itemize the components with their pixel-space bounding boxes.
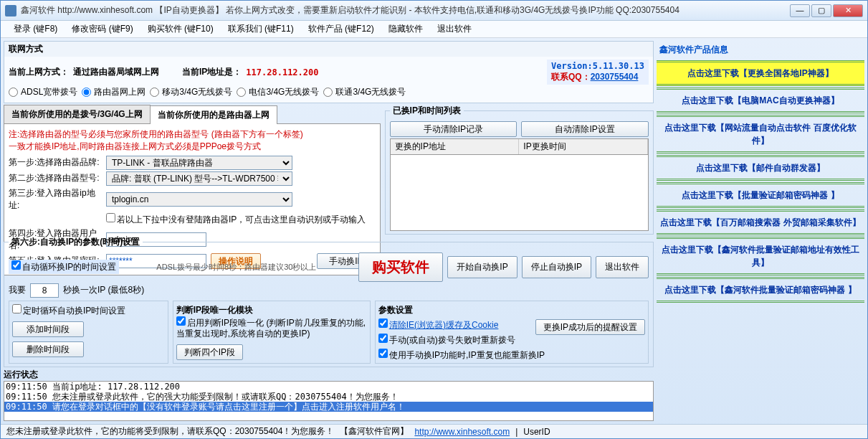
interval-input[interactable] bbox=[30, 283, 59, 298]
judge-title: 判断IP段唯一化模块 bbox=[176, 304, 367, 316]
network-mode-group: 联网方式 当前上网方式： 通过路由器局域网上网 当前IP地址是： 117.28.… bbox=[4, 41, 654, 103]
menu-buy[interactable]: 购买软件 (键F10) bbox=[142, 22, 219, 37]
log-title: 运行状态 bbox=[4, 369, 654, 381]
router-warning: 注:选择路由器的型号必须与您家所使用的路由器型号 (路由器下方有一个标签) 一致… bbox=[9, 128, 376, 153]
router-model-select[interactable]: 品牌: 普联 (TP-LINK) 型号-->TL-WDR7500 软件版本: 3… bbox=[106, 171, 292, 186]
iplist-title: 已换IP和时间列表 bbox=[390, 105, 464, 117]
log-line-selected[interactable]: 09:11:50 请您在登录对话框中的【没有软件登录账号请点击这里注册一个】点击… bbox=[4, 402, 653, 412]
menu-changepw[interactable]: 修改密码 (键F9) bbox=[66, 22, 138, 37]
log-list[interactable]: 09:11:50 当前ip地址: 117.28.112.200 09:11:50… bbox=[4, 381, 654, 421]
judge-4seg-button[interactable]: 判断四个IP段 bbox=[176, 344, 243, 360]
menu-login[interactable]: 登录 (键F8) bbox=[8, 22, 63, 37]
radio-telecom[interactable]: 电信3/4G无线拨号 bbox=[237, 86, 319, 98]
stop-auto-button[interactable]: 停止自动换IP bbox=[522, 256, 591, 278]
contact-label: 联系QQ： bbox=[551, 72, 591, 82]
window-title: 鑫河软件 http://www.xinhesoft.com 【IP自动更换器】 … bbox=[21, 4, 790, 16]
log-line: 09:11:50 当前ip地址: 117.28.112.200 bbox=[4, 382, 653, 392]
auto-detect-ip-check[interactable]: 若以上下拉中没有登陆路由器IP，可点击这里自动识别或手动输入 bbox=[106, 213, 366, 226]
statusbar: 您未注册或登录此软件，它的功能将受到限制，请联系QQ：2030755404！为您… bbox=[1, 424, 867, 438]
status-site-link[interactable]: http://www.xinhesoft.com bbox=[414, 427, 510, 437]
minimize-button[interactable]: — bbox=[790, 4, 810, 17]
router-brand-select[interactable]: TP-LINK - 普联品牌路由器 bbox=[106, 156, 292, 170]
step1-label: 第一步:选择路由器品牌: bbox=[9, 156, 102, 169]
menu-products[interactable]: 软件产品 (键F12) bbox=[302, 22, 380, 37]
col-ip: 更换的IP地址 bbox=[391, 139, 520, 154]
promo-header: 鑫河软件产品信息 bbox=[657, 41, 864, 59]
current-ip-label: 当前IP地址是： bbox=[182, 66, 242, 78]
start-auto-button[interactable]: 开始自动换IP bbox=[447, 256, 517, 278]
promo-item[interactable]: 点击这里下载【网站流量自动点击软件 百度优化软件】 bbox=[657, 115, 864, 154]
promo-item[interactable]: 点击这里下载【鑫河软件批量验证邮箱地址有效性工具】 bbox=[657, 237, 864, 275]
maximize-button[interactable]: ▢ bbox=[811, 4, 831, 17]
iwant-label: 我要 bbox=[9, 284, 26, 296]
contact-qq[interactable]: 2030755404 bbox=[591, 72, 639, 82]
notify-settings-button[interactable]: 更换IP成功后的提醒设置 bbox=[535, 319, 645, 335]
auto-clear-ip-button[interactable]: 自动清除IP设置 bbox=[521, 121, 649, 137]
radio-adsl[interactable]: ADSL宽带拨号 bbox=[9, 86, 77, 98]
timer-loop-check[interactable]: 定时循环自动换IP时间设置 bbox=[12, 306, 125, 316]
current-mode-label: 当前上网方式： bbox=[9, 66, 69, 78]
tab-dialup[interactable]: 当前你所使用的是拨号/3G/4G上网 bbox=[4, 105, 151, 123]
del-timeslot-button[interactable]: 删除时间段 bbox=[12, 341, 84, 357]
ip-history-table[interactable]: 更换的IP地址 IP更换时间 bbox=[390, 138, 649, 231]
status-site-label: 【鑫河软件官网】 bbox=[340, 425, 409, 438]
promo-item[interactable]: 点击这里下载【鑫河软件批量验证邮箱密码神器 】 bbox=[657, 277, 864, 303]
promo-item[interactable]: 点击这里下载【电脑MAC自动更换神器】 bbox=[657, 88, 864, 113]
col-time: IP更换时间 bbox=[519, 139, 648, 154]
add-timeslot-button[interactable]: 添加时间段 bbox=[12, 321, 84, 337]
promo-item[interactable]: 点击这里下载【邮件自动群发器】 bbox=[657, 155, 864, 181]
step2-label: 第二步:选择路由器型号: bbox=[9, 172, 102, 184]
menu-exit[interactable]: 退出软件 bbox=[431, 22, 477, 37]
radio-unicom[interactable]: 联通3/4G无线拨号 bbox=[323, 86, 406, 98]
judge-enable-check[interactable]: 启用判断IP段唯一化 (判断IP前几段重复的功能,当重复出现时,系统将自动的更换… bbox=[176, 316, 367, 340]
current-ip-value: 117.28.112.200 bbox=[246, 67, 318, 77]
promo-list: 点击这里下载【更换全国各地IP神器】 点击这里下载【电脑MAC自动更换神器】 点… bbox=[657, 60, 864, 303]
params-title: 参数设置 bbox=[378, 304, 645, 316]
clear-ip-button[interactable]: 手动清除IP记录 bbox=[390, 121, 518, 137]
sec-tail: 秒换一次IP (最低8秒) bbox=[63, 284, 144, 296]
redial-fail-check[interactable]: 手动(或自动)拨号失败时重新拨号 bbox=[378, 334, 645, 346]
dup-ip-check[interactable]: 使用手动换IP功能时,IP重复也能重新换IP bbox=[378, 349, 645, 362]
status-message: 您未注册或登录此软件，它的功能将受到限制，请联系QQ：2030755404！为您… bbox=[6, 425, 334, 438]
status-userid: UserID bbox=[523, 427, 550, 437]
tab-router[interactable]: 当前你所使用的是路由器上网 bbox=[150, 105, 277, 124]
current-mode-value: 通过路由器局域网上网 bbox=[73, 66, 159, 78]
exit-software-button[interactable]: 退出软件 bbox=[596, 256, 649, 278]
router-ip-select[interactable]: tplogin.cn bbox=[106, 192, 292, 207]
step3-label: 第三步:登入路由器ip地址: bbox=[9, 187, 102, 212]
version-value: 5.11.30.13 bbox=[593, 61, 644, 71]
config-tabs: 当前你所使用的是拨号/3G/4G上网 当前你所使用的是路由器上网 bbox=[4, 105, 381, 124]
menu-hide[interactable]: 隐藏软件 bbox=[383, 22, 429, 37]
close-button[interactable]: ✕ bbox=[833, 4, 863, 17]
log-line: 09:11:50 您未注册或登录此软件，它的强大功能受到限制！或请联系QQ：20… bbox=[4, 392, 653, 402]
radio-router[interactable]: 路由器网上网 bbox=[82, 86, 146, 98]
promo-item[interactable]: 点击这里下载【百万邮箱搜索器 外贸邮箱采集软件】 bbox=[657, 209, 864, 235]
buy-software-button[interactable]: 购买软件 bbox=[358, 252, 443, 282]
app-icon bbox=[5, 5, 16, 16]
menubar: 登录 (键F8) 修改密码 (键F9) 购买软件 (键F10) 联系我们 (键F… bbox=[1, 21, 867, 38]
adsl-note: ADSL拨号最少时间8秒；路由器建议30秒以上 bbox=[156, 263, 316, 271]
step6-group: 第六步:自动换IP的参数(时间)设置 自动循环换IP的时间设置 ADSL拨号最少… bbox=[4, 236, 654, 367]
radio-mobile[interactable]: 移动3/4G无线拨号 bbox=[150, 86, 232, 98]
network-mode-title: 联网方式 bbox=[4, 42, 653, 57]
promo-item[interactable]: 点击这里下载【更换全国各地IP神器】 bbox=[657, 60, 864, 86]
auto-loop-check[interactable]: 自动循环换IP的时间设置 bbox=[9, 260, 119, 274]
titlebar: 鑫河软件 http://www.xinhesoft.com 【IP自动更换器】 … bbox=[1, 1, 867, 21]
promo-item[interactable]: 点击这里下载【批量验证邮箱密码神器 】 bbox=[657, 182, 864, 208]
menu-contact[interactable]: 联系我们 (键F11) bbox=[222, 22, 300, 37]
status-sep: | bbox=[515, 427, 518, 437]
version-label: Version: bbox=[551, 61, 593, 71]
step6-title: 第六步:自动换IP的参数(时间)设置 bbox=[9, 236, 143, 248]
